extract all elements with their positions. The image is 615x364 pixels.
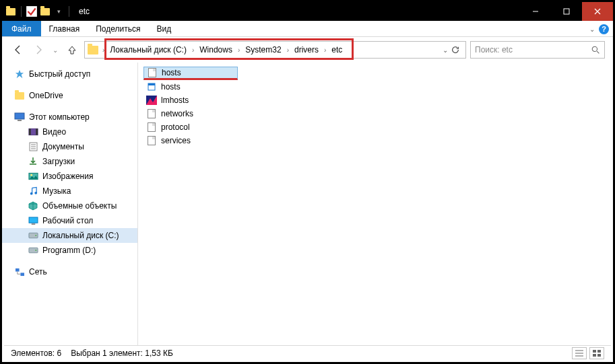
file-name: protocol [161, 122, 190, 132]
3d-icon [28, 201, 38, 211]
sidebar-item[interactable]: Документы [2, 139, 137, 154]
file-item[interactable]: lmhosts [143, 94, 238, 107]
nav-up-button[interactable] [64, 42, 80, 58]
star-icon [14, 69, 25, 79]
address-dropdown-icon[interactable]: ⌄ [443, 46, 448, 54]
file-item[interactable]: services [143, 134, 238, 147]
chevron-right-icon[interactable]: › [101, 46, 106, 54]
ribbon-tab-view[interactable]: Вид [148, 21, 179, 36]
maximize-button[interactable] [551, 2, 582, 21]
sidebar-item[interactable]: Рабочий стол [2, 213, 137, 228]
titlebar-folder2-icon[interactable] [39, 5, 51, 17]
titlebar-folder-icon [5, 5, 17, 17]
file-icon [146, 81, 157, 92]
sidebar-item[interactable]: Видео [2, 124, 137, 139]
sidebar-item-label: Сеть [29, 267, 47, 277]
file-item[interactable]: hosts [143, 80, 238, 94]
sidebar-item-label: Изображения [42, 172, 93, 181]
file-item[interactable]: protocol [143, 120, 238, 134]
file-icon [146, 122, 157, 133]
search-placeholder: Поиск: etc [475, 45, 513, 54]
svg-rect-35 [597, 350, 601, 353]
sidebar-this-pc[interactable]: Этот компьютер [2, 110, 137, 124]
ribbon-tab-home[interactable]: Главная [41, 21, 88, 36]
computer-icon [14, 112, 25, 122]
svg-rect-8 [18, 120, 22, 121]
sidebar-item[interactable]: Музыка [2, 184, 137, 198]
drive-icon [28, 230, 38, 241]
sidebar-item[interactable]: Programm (D:) [2, 243, 137, 258]
window-title: etc [75, 7, 90, 16]
file-icon [147, 67, 158, 78]
status-selection: Выбран 1 элемент: 1,53 КБ [71, 349, 173, 358]
titlebar: ▾ etc [2, 2, 613, 21]
svg-point-23 [35, 235, 36, 236]
file-item[interactable]: networks [143, 107, 238, 120]
svg-point-5 [592, 46, 597, 51]
sidebar-item[interactable]: Объемные объекты [2, 198, 137, 213]
drive-icon [28, 245, 38, 256]
chevron-right-icon[interactable]: › [286, 46, 290, 54]
sidebar-item-label: Рабочий стол [42, 216, 93, 225]
chevron-right-icon[interactable]: › [191, 46, 195, 54]
desktop-icon [28, 215, 38, 226]
navigation-pane: Быстрый доступ OneDrive Этот компьютер В… [2, 63, 138, 347]
sidebar-network[interactable]: Сеть [2, 264, 137, 279]
image-icon [28, 171, 38, 182]
sidebar-item-label: Загрузки [42, 157, 75, 166]
svg-rect-10 [28, 129, 30, 135]
music-icon [28, 186, 38, 196]
sidebar-item-label: Документы [42, 142, 84, 151]
search-input[interactable]: Поиск: etc [470, 41, 605, 59]
sidebar-item-label: Этот компьютер [29, 112, 90, 122]
file-icon [146, 135, 157, 146]
file-name: hosts [161, 82, 181, 92]
svg-rect-7 [15, 113, 24, 119]
svg-rect-26 [15, 268, 20, 271]
sidebar-quick-access[interactable]: Быстрый доступ [2, 67, 137, 81]
breadcrumb[interactable]: Локальный диск (C:) [106, 42, 191, 58]
nav-forward-button[interactable] [30, 42, 46, 58]
breadcrumb[interactable]: drivers [290, 42, 323, 58]
file-item[interactable]: hosts [143, 67, 238, 80]
file-name: services [161, 136, 191, 145]
view-icons-button[interactable] [589, 347, 604, 359]
breadcrumb[interactable]: Windows [195, 42, 236, 58]
ribbon-tab-share[interactable]: Поделиться [88, 21, 148, 36]
svg-line-6 [597, 51, 599, 53]
ribbon-file-tab[interactable]: Файл [2, 21, 41, 36]
refresh-icon[interactable] [451, 45, 460, 54]
sidebar-item[interactable]: Загрузки [2, 154, 137, 169]
folder-icon [14, 90, 25, 101]
close-button[interactable] [582, 2, 613, 21]
sidebar-onedrive[interactable]: OneDrive [2, 88, 137, 103]
file-list: hostshostslmhostsnetworksprotocolservice… [138, 63, 613, 347]
svg-rect-2 [564, 9, 569, 14]
svg-point-18 [30, 192, 32, 195]
svg-rect-20 [29, 217, 38, 222]
sidebar-item-label: Видео [42, 127, 66, 137]
breadcrumb[interactable]: System32 [241, 42, 285, 58]
chevron-right-icon[interactable]: › [323, 46, 327, 54]
chevron-right-icon[interactable]: › [236, 46, 241, 54]
sidebar-item-label: Programm (D:) [42, 246, 96, 255]
doc-icon [28, 141, 38, 152]
ribbon-expand-icon[interactable]: ⌄ [589, 26, 595, 33]
nav-recent-dropdown[interactable]: ⌄ [51, 42, 60, 58]
sidebar-item[interactable]: Изображения [2, 169, 137, 184]
nav-back-button[interactable] [10, 42, 26, 58]
address-bar[interactable]: › Локальный диск (C:) › Windows › System… [84, 41, 466, 59]
svg-point-25 [35, 250, 36, 251]
help-icon[interactable]: ? [599, 24, 609, 34]
address-folder-icon [88, 46, 98, 54]
status-item-count: Элементов: 6 [11, 349, 61, 358]
navigation-row: ⌄ › Локальный диск (C:) › Windows › Syst… [2, 37, 613, 63]
titlebar-check-icon[interactable] [26, 5, 38, 17]
titlebar-dropdown-icon[interactable]: ▾ [53, 5, 65, 17]
sidebar-item[interactable]: Локальный диск (C:) [2, 228, 137, 243]
network-icon [14, 266, 25, 277]
minimize-button[interactable] [520, 2, 551, 21]
file-name: hosts [162, 68, 181, 77]
view-details-button[interactable] [572, 347, 587, 359]
breadcrumb[interactable]: etc [327, 42, 346, 58]
